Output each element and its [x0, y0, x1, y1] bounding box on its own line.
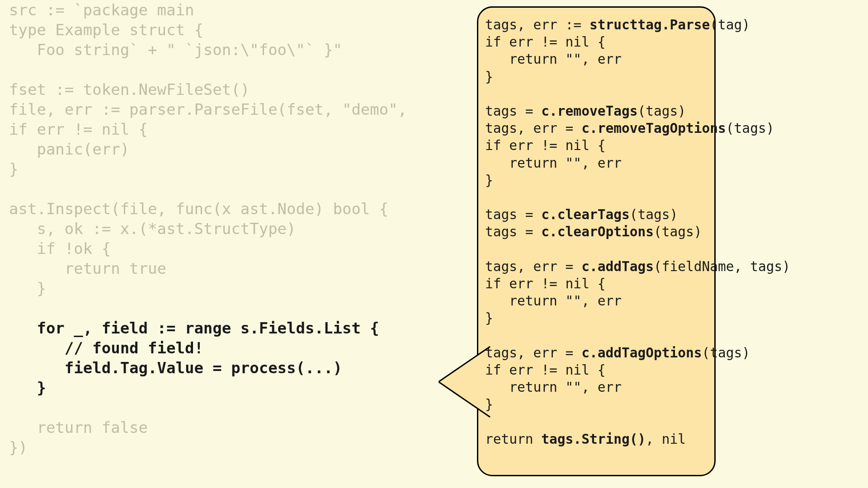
svg-marker-0: [439, 347, 490, 417]
code-line: }: [9, 160, 18, 178]
slide-stage: src := `package main type Example struct…: [0, 0, 868, 488]
code-line: return "", err: [485, 155, 622, 171]
code-line: return tags.String(), nil: [485, 432, 686, 447]
code-line: tags, err = c.addTags(fieldName, tags): [485, 259, 790, 274]
code-line: tags, err := structtag.Parse(tag): [485, 17, 750, 33]
code-line: ast.Inspect(file, func(x ast.Node) bool …: [9, 200, 388, 218]
code-line-highlight: field.Tag.Value = process(...): [9, 359, 342, 377]
code-line: }: [485, 397, 493, 412]
callout-pointer-icon: [439, 343, 493, 420]
code-line: return "", err: [485, 380, 622, 395]
code-line: type Example struct {: [9, 21, 203, 39]
code-line: file, err := parser.ParseFile(fset, "dem…: [9, 100, 407, 118]
code-line-highlight: // found field!: [9, 339, 203, 357]
code-line: tags = c.clearOptions(tags): [485, 224, 702, 239]
code-line: return "", err: [485, 52, 622, 67]
code-line: }: [485, 310, 493, 326]
code-line: if err != nil {: [9, 120, 148, 138]
code-line: return true: [9, 259, 166, 277]
code-line: }: [485, 173, 493, 188]
code-line: tags, err = c.removeTagOptions(tags): [485, 121, 774, 136]
code-line: }): [9, 438, 28, 456]
code-line: return false: [9, 418, 148, 436]
code-line: return "", err: [485, 293, 622, 309]
code-line: if !ok {: [9, 239, 111, 258]
code-line-highlight: }: [9, 379, 46, 397]
code-line: panic(err): [9, 140, 129, 158]
left-code-block: src := `package main type Example struct…: [9, 0, 407, 457]
code-line: tags = c.removeTags(tags): [485, 103, 686, 119]
code-line: if err != nil {: [485, 34, 605, 50]
code-line: src := `package main: [9, 1, 194, 19]
code-line: tags, err = c.addTagOptions(tags): [485, 345, 750, 361]
code-line: fset := token.NewFileSet(): [9, 80, 250, 99]
code-line: if err != nil {: [485, 362, 605, 378]
code-line: if err != nil {: [485, 138, 605, 153]
code-line: tags = c.clearTags(tags): [485, 207, 678, 222]
code-line: if err != nil {: [485, 276, 605, 291]
code-line-highlight: for _, field := range s.Fields.List {: [9, 319, 379, 337]
code-line: s, ok := x.(*ast.StructType): [9, 220, 296, 238]
code-line: }: [9, 279, 46, 297]
callout-code-block: tags, err := structtag.Parse(tag) if err…: [485, 16, 790, 448]
code-line: Foo string` + " `json:\"foo\"` }": [9, 41, 342, 59]
code-line: }: [485, 69, 493, 84]
